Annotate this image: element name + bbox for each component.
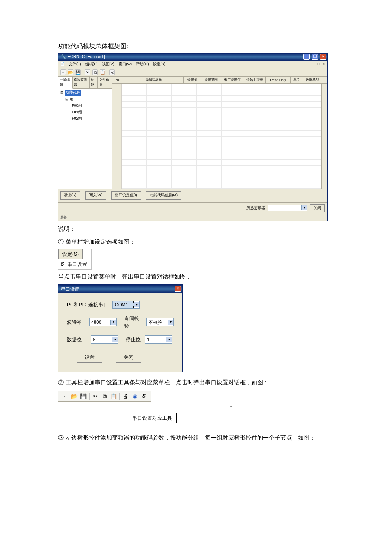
tab-compare[interactable]: 比较 bbox=[90, 77, 98, 88]
open-icon[interactable]: 📂 bbox=[71, 393, 78, 400]
menubar: 📄 文件(F) 编辑(E) 视图(V) 窗口(W) 帮助(H) 设定(S) - … bbox=[58, 61, 327, 68]
tree-group[interactable]: 组 bbox=[70, 97, 73, 101]
baud-label: 波特率 bbox=[67, 318, 85, 326]
tree-child[interactable]: F00组 bbox=[60, 103, 110, 109]
inverter-combo[interactable]: ▾ bbox=[268, 205, 307, 211]
dialog-titlebar: 串口设置 × bbox=[58, 285, 182, 293]
explain-heading: 说明： bbox=[58, 225, 334, 233]
databits-combo[interactable]: 8▾ bbox=[91, 335, 118, 344]
status-label: 所选变频器 bbox=[246, 205, 265, 211]
column-header[interactable]: 单位 bbox=[291, 77, 302, 83]
column-header[interactable]: 数据类型 bbox=[302, 77, 322, 83]
maximize-button[interactable]: ❐ bbox=[312, 54, 318, 60]
menu-settings[interactable]: 设定(S) bbox=[153, 61, 166, 67]
column-header[interactable]: 功能码名称 bbox=[124, 77, 184, 83]
serial-dialog: 串口设置 × PC和PLC连接串口 COM1▾ 波特率 4800▾ 奇偶校验 不… bbox=[58, 284, 183, 372]
app-title: FORNLC bbox=[68, 54, 85, 60]
stopbits-combo[interactable]: 1▾ bbox=[145, 335, 172, 344]
minimize-button[interactable]: _ bbox=[303, 54, 310, 60]
save-icon[interactable]: 💾 bbox=[75, 69, 81, 75]
save-icon[interactable]: 💾 bbox=[80, 393, 87, 400]
settings-menu: 设定(S) S 串口设置 bbox=[58, 249, 92, 270]
column-header[interactable]: 设定值 bbox=[184, 77, 201, 83]
close-button[interactable]: × bbox=[320, 54, 326, 60]
column-header[interactable]: 设定范围 bbox=[201, 77, 221, 83]
tab-fileinfo[interactable]: 文件信息 bbox=[98, 77, 112, 88]
print-icon[interactable]: 🖨 bbox=[109, 69, 115, 75]
status-ready: 准备 bbox=[60, 215, 67, 220]
arrow-up-icon: ↑ bbox=[128, 403, 334, 411]
cut-icon[interactable]: ✂ bbox=[85, 69, 90, 75]
titlebar: 🔧 FORNLC [Funtion1] _ ❐ × bbox=[58, 53, 327, 61]
help-icon[interactable]: ◉ bbox=[131, 393, 138, 400]
paste-icon[interactable]: 📋 bbox=[110, 393, 117, 400]
callout-box: 串口设置对应工具 bbox=[128, 413, 177, 423]
separator bbox=[89, 393, 90, 400]
s-glyph-icon: S bbox=[61, 261, 64, 268]
databits-label: 数据位 bbox=[67, 336, 87, 343]
column-header[interactable]: Read Only bbox=[266, 77, 291, 83]
column-header[interactable]: NO bbox=[112, 77, 124, 83]
new-icon[interactable]: ▫ bbox=[60, 69, 66, 75]
copy-icon[interactable]: ⧉ bbox=[92, 69, 98, 75]
funcinfo-button[interactable]: 功能代码信息(M) bbox=[146, 191, 182, 200]
dialog-set-button[interactable]: 设置 bbox=[77, 352, 102, 363]
tab-overview[interactable]: 一览编辑 bbox=[58, 77, 73, 89]
tab-monitor[interactable]: 修改监测器 bbox=[73, 77, 90, 88]
separator bbox=[83, 69, 83, 76]
parity-combo[interactable]: 不校验▾ bbox=[146, 318, 174, 326]
dialog-close-icon[interactable]: × bbox=[175, 286, 181, 292]
dialog-close-button[interactable]: 关闭 bbox=[116, 352, 141, 363]
statusbar: 准备 bbox=[58, 214, 327, 221]
left-pane: 一览编辑 修改监测器 比较 文件信息 ⊟ 功能代码 ⊟ 组 F00组 F01组 … bbox=[58, 77, 112, 189]
menu-window[interactable]: 窗口(W) bbox=[119, 61, 132, 67]
item-3: ③ 左边树形控件添加变频器的功能码参数，按功能分组，每一组对应树形控件的一个子节… bbox=[58, 433, 334, 442]
write-button[interactable]: 写入(W) bbox=[85, 191, 107, 200]
status-row: 所选变频器 ▾ 关闭 bbox=[58, 202, 327, 214]
toolbar-figure: ▫ 📂 💾 ✂ ⧉ 📋 🖨 ◉ S bbox=[58, 391, 151, 402]
vertical-scrollbar[interactable] bbox=[321, 84, 327, 189]
column-header[interactable]: 运转中变更 bbox=[243, 77, 266, 83]
app-window: 🔧 FORNLC [Funtion1] _ ❐ × 📄 文件(F) 编辑(E) … bbox=[58, 53, 328, 222]
tree[interactable]: ⊟ 功能代码 ⊟ 组 F00组 F01组 F02组 bbox=[58, 89, 112, 189]
item-1: ① 菜单栏增加设定选项如图： bbox=[58, 237, 334, 246]
factory-button[interactable]: 出厂设定值(I) bbox=[111, 191, 141, 200]
mdi-controls[interactable]: - □ × bbox=[314, 61, 326, 67]
tabstrip: 一览编辑 修改监测器 比较 文件信息 bbox=[58, 77, 112, 89]
stopbits-label: 停止位 bbox=[126, 336, 141, 343]
print-icon[interactable]: 🖨 bbox=[122, 393, 129, 400]
read-button[interactable]: 读出(R) bbox=[60, 191, 80, 200]
grid-header: NO功能码名称设定值设定范围出厂设定值运转中变更Read Only单位数据类型 bbox=[112, 77, 327, 84]
app-doc: [Funtion1] bbox=[86, 54, 105, 60]
open-icon[interactable]: 📂 bbox=[68, 69, 73, 75]
status-close-button[interactable]: 关闭 bbox=[310, 204, 325, 213]
column-header[interactable]: 出厂设定值 bbox=[221, 77, 243, 83]
text-after-menu: 当点击串口设置菜单时，弹出串口设置对话框如图： bbox=[58, 272, 334, 281]
tree-root[interactable]: 功能代码 bbox=[65, 90, 81, 96]
new-icon[interactable]: ▫ bbox=[62, 393, 68, 400]
menu-help[interactable]: 帮助(H) bbox=[136, 61, 149, 67]
doc-title: 功能代码模块总体框架图: bbox=[58, 42, 334, 51]
dialog-title: 串口设置 bbox=[61, 286, 79, 293]
item-2: ② 工具栏增加串口设置工具条与对应菜单栏，点击时弹出串口设置对话框，如图： bbox=[58, 378, 334, 387]
port-combo[interactable]: COM1▾ bbox=[112, 301, 140, 309]
grid: NO功能码名称设定值设定范围出厂设定值运转中变更Read Only单位数据类型 bbox=[112, 77, 327, 189]
paste-icon[interactable]: 📋 bbox=[100, 69, 105, 75]
tree-child[interactable]: F01组 bbox=[60, 109, 110, 116]
copy-icon[interactable]: ⧉ bbox=[101, 393, 108, 400]
serial-settings-label: 串口设置 bbox=[67, 261, 87, 268]
separator bbox=[107, 69, 107, 76]
row-header-column bbox=[112, 84, 122, 189]
grid-cells[interactable] bbox=[122, 84, 321, 189]
cut-icon[interactable]: ✂ bbox=[92, 393, 99, 400]
menu-file[interactable]: 文件(F) bbox=[69, 61, 81, 67]
menu-view[interactable]: 视图(V) bbox=[102, 61, 114, 67]
tree-child[interactable]: F02组 bbox=[60, 115, 110, 122]
settings-menu-head[interactable]: 设定(S) bbox=[58, 249, 83, 259]
parity-label: 奇偶校验 bbox=[124, 315, 142, 330]
baud-combo[interactable]: 4800▾ bbox=[89, 318, 117, 326]
serial-settings-menu-item[interactable]: S 串口设置 bbox=[58, 259, 91, 269]
menu-edit[interactable]: 编辑(E) bbox=[85, 61, 98, 67]
serial-settings-tool-icon[interactable]: S bbox=[141, 393, 147, 400]
toolbar: ▫ 📂 💾 ✂ ⧉ 📋 🖨 bbox=[58, 68, 327, 77]
